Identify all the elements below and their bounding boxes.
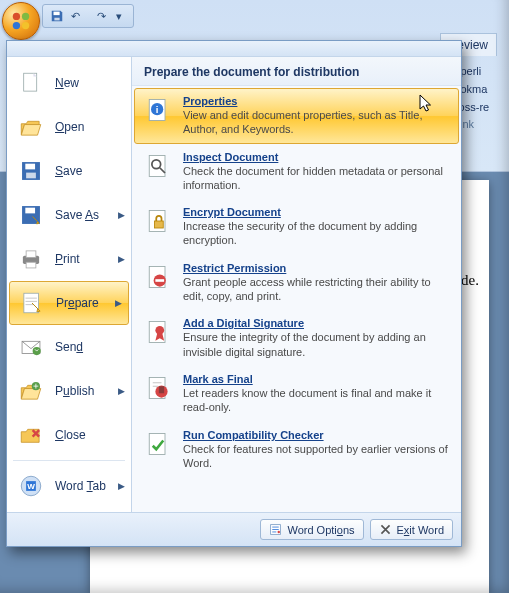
exit-word-button[interactable]: Exit Word xyxy=(370,519,453,540)
menu-header-strip xyxy=(7,41,461,57)
prepare-item-title: Run Compatibility Checker xyxy=(183,429,450,441)
options-icon xyxy=(269,523,282,536)
svg-rect-14 xyxy=(26,251,36,258)
prepare-item-signature[interactable]: Add a Digital SignatureEnsure the integr… xyxy=(134,310,459,366)
svg-text:W: W xyxy=(27,482,35,491)
menu-right-panel: Prepare the document for distribution iP… xyxy=(131,57,461,512)
menu-item-label: Save xyxy=(55,164,82,178)
prepare-item-title: Encrypt Document xyxy=(183,206,450,218)
submenu-arrow-icon: ▶ xyxy=(118,210,125,220)
menu-item-label: Print xyxy=(55,252,80,266)
prepare-item-desc: Increase the security of the document by… xyxy=(183,219,450,248)
office-button[interactable] xyxy=(2,2,40,40)
prepare-item-compat[interactable]: Run Compatibility CheckerCheck for featu… xyxy=(134,422,459,478)
prepare-item-encrypt[interactable]: Encrypt DocumentIncrease the security of… xyxy=(134,199,459,255)
prepare-item-desc: Check for features not supported by earl… xyxy=(183,442,450,471)
print-icon xyxy=(17,245,45,273)
submenu-arrow-icon: ▶ xyxy=(118,386,125,396)
submenu-arrow-icon: ▶ xyxy=(118,481,125,491)
svg-text:i: i xyxy=(156,104,159,115)
inspect-icon xyxy=(143,151,173,181)
office-logo-icon xyxy=(10,10,32,32)
new-icon xyxy=(17,69,45,97)
menu-item-label: Publish xyxy=(55,384,94,398)
menu-item-print[interactable]: Print▶ xyxy=(7,237,131,281)
qat-more-icon[interactable]: ▾ xyxy=(111,8,127,24)
svg-rect-9 xyxy=(25,164,35,170)
svg-rect-1 xyxy=(54,12,60,16)
word-options-label: Word Options xyxy=(287,524,354,536)
prepare-item-title: Add a Digital Signature xyxy=(183,317,450,329)
save-icon xyxy=(17,157,45,185)
prepare-item-title: Mark as Final xyxy=(183,373,450,385)
svg-rect-37 xyxy=(159,386,164,393)
menu-item-prepare[interactable]: Prepare▶ xyxy=(9,281,129,325)
quick-access-toolbar: ↶ ↷ ▾ xyxy=(42,4,134,28)
prepare-item-title: Properties xyxy=(183,95,450,107)
menu-left-column: NewOpenSaveSave As▶Print▶Prepare▶SendPub… xyxy=(7,57,131,512)
prepare-item-desc: Ensure the integrity of the document by … xyxy=(183,330,450,359)
svg-point-3 xyxy=(13,13,20,20)
menu-item-close[interactable]: Close xyxy=(7,413,131,457)
close-icon xyxy=(379,523,392,536)
menu-item-label: Prepare xyxy=(56,296,99,310)
final-icon xyxy=(143,373,173,403)
word-options-button[interactable]: Word Options xyxy=(260,519,363,540)
svg-point-4 xyxy=(22,13,29,20)
svg-point-5 xyxy=(13,22,20,29)
menu-item-publish[interactable]: Publish▶ xyxy=(7,369,131,413)
prepare-item-desc: Grant people access while restricting th… xyxy=(183,275,450,304)
open-icon xyxy=(17,113,45,141)
prepare-item-title: Restrict Permission xyxy=(183,262,450,274)
submenu-arrow-icon: ▶ xyxy=(118,254,125,264)
menu-item-open[interactable]: Open xyxy=(7,105,131,149)
menu-item-label: New xyxy=(55,76,79,90)
menu-item-saveas[interactable]: Save As▶ xyxy=(7,193,131,237)
office-menu: NewOpenSaveSave As▶Print▶Prepare▶SendPub… xyxy=(6,40,462,547)
prepare-item-desc: Let readers know the document is final a… xyxy=(183,386,450,415)
menu-item-wordtab[interactable]: WWord Tab▶ xyxy=(7,464,131,508)
qat-save-icon[interactable] xyxy=(49,8,65,24)
svg-rect-15 xyxy=(26,262,36,268)
svg-point-6 xyxy=(22,22,29,29)
publish-icon xyxy=(17,377,45,405)
send-icon xyxy=(17,333,45,361)
prepare-item-inspect[interactable]: Inspect DocumentCheck the document for h… xyxy=(134,144,459,200)
prepare-item-title: Inspect Document xyxy=(183,151,450,163)
qat-divider xyxy=(85,8,91,24)
menu-item-label: Send xyxy=(55,340,83,354)
encrypt-icon xyxy=(143,206,173,236)
svg-rect-16 xyxy=(24,293,39,313)
menu-item-send[interactable]: Send xyxy=(7,325,131,369)
prepare-panel-header: Prepare the document for distribution xyxy=(132,57,461,86)
properties-icon: i xyxy=(143,95,173,125)
prepare-item-properties[interactable]: iPropertiesView and edit document proper… xyxy=(134,88,459,144)
wordtab-icon: W xyxy=(17,472,45,500)
prepare-item-final[interactable]: Mark as FinalLet readers know the docume… xyxy=(134,366,459,422)
prepare-item-desc: Check the document for hidden metadata o… xyxy=(183,164,450,193)
menu-item-save[interactable]: Save xyxy=(7,149,131,193)
qat-redo-icon[interactable]: ↷ xyxy=(93,8,109,24)
menu-item-label: Close xyxy=(55,428,86,442)
svg-rect-12 xyxy=(25,208,35,214)
svg-rect-38 xyxy=(149,433,165,454)
svg-rect-32 xyxy=(155,279,164,282)
close-icon xyxy=(17,421,45,449)
menu-item-label: Save As xyxy=(55,208,99,222)
menu-footer: Word Options Exit Word xyxy=(7,512,461,546)
saveas-icon xyxy=(17,201,45,229)
menu-item-label: Word Tab xyxy=(55,479,106,493)
restrict-icon xyxy=(143,262,173,292)
prepare-item-restrict[interactable]: Restrict PermissionGrant people access w… xyxy=(134,255,459,311)
signature-icon xyxy=(143,317,173,347)
menu-item-new[interactable]: New xyxy=(7,61,131,105)
menu-item-label: Open xyxy=(55,120,84,134)
prepare-icon xyxy=(18,289,46,317)
compat-icon xyxy=(143,429,173,459)
submenu-arrow-icon: ▶ xyxy=(115,298,122,308)
svg-point-40 xyxy=(278,531,280,533)
prepare-item-desc: View and edit document properties, such … xyxy=(183,108,450,137)
qat-undo-icon[interactable]: ↶ xyxy=(67,8,83,24)
menu-separator xyxy=(13,460,125,461)
svg-rect-10 xyxy=(26,173,36,179)
